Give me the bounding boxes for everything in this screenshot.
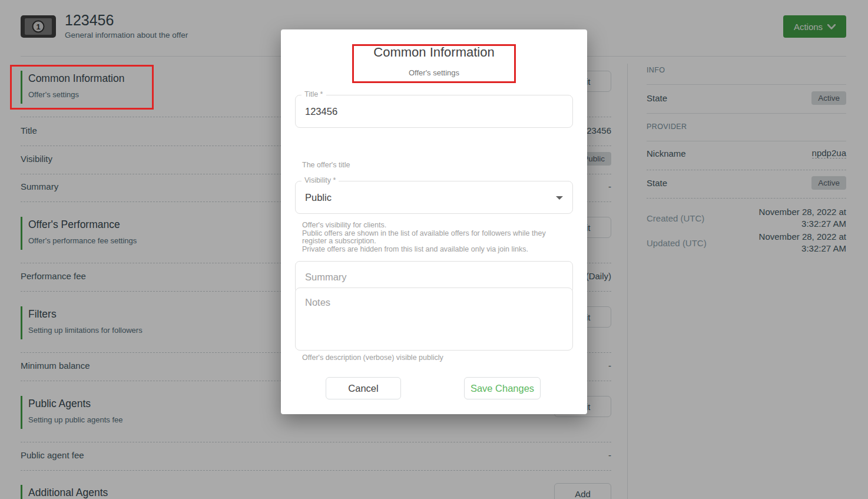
title-input[interactable] — [296, 95, 572, 127]
offer-settings-page: 1 123456 General information about the o… — [0, 0, 868, 499]
title-field-helper: The offer's title — [302, 161, 561, 170]
common-information-modal: Common Information Offer's settings Titl… — [281, 29, 587, 414]
title-field-container: Title * — [295, 95, 573, 128]
visibility-field-helper: Offer's visibility for clients. Public o… — [302, 222, 561, 253]
save-changes-button[interactable]: Save Changes — [464, 377, 541, 399]
dropdown-caret-icon — [556, 196, 563, 200]
modal-subtitle: Offer's settings — [281, 68, 587, 77]
visibility-selected-value: Public — [305, 181, 332, 213]
cancel-button[interactable]: Cancel — [326, 377, 401, 399]
notes-field-container — [295, 287, 573, 351]
modal-title: Common Information — [281, 45, 587, 60]
notes-field-helper: Offer's description (verbose) visible pu… — [302, 354, 561, 362]
visibility-select[interactable]: Visibility * Public — [295, 181, 573, 214]
notes-textarea[interactable] — [296, 288, 572, 350]
title-field-label: Title * — [302, 90, 326, 98]
